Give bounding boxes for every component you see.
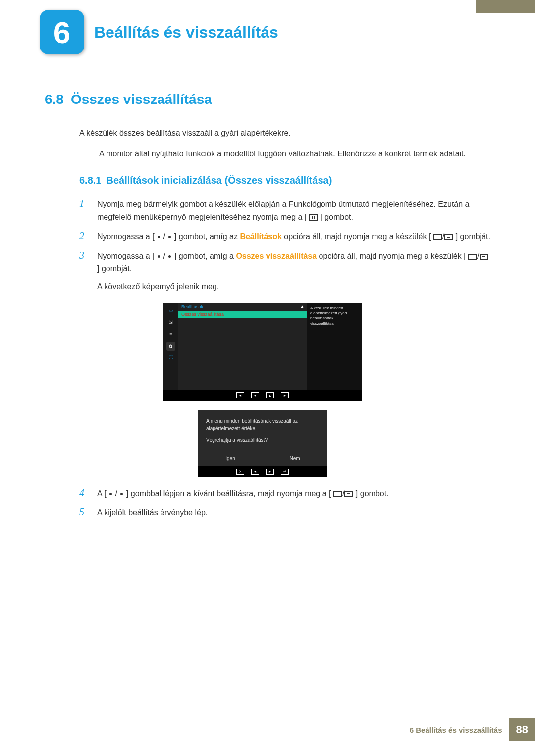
dot-icon <box>120 493 123 495</box>
nav-down-icon: ▼ <box>251 392 259 398</box>
osd2-message: A menü minden beállításának visszaáll az… <box>206 417 319 432</box>
osd2-yes-button: Igen <box>198 451 263 466</box>
nav-up-icon: ▲ <box>266 392 274 398</box>
osd-selected-item: Összes visszaállítása <box>178 311 307 318</box>
osd2-question: Végrehajtja a visszaállítást? <box>206 436 319 444</box>
gear-icon: ✿ <box>166 342 175 351</box>
subsection-heading: 6.8.1Beállítások inicializálása (Összes … <box>79 175 490 186</box>
page-footer: 6 Beállítás és visszaállítás 88 <box>410 718 535 741</box>
up-arrow-icon: ▲ <box>300 304 304 309</box>
step-number: 3 <box>79 250 88 293</box>
resize-icon: ⇲ <box>166 318 175 327</box>
nav-left-icon: ◄ <box>251 469 259 475</box>
step-5: 5 A kijelölt beállítás érvénybe lép. <box>79 506 490 519</box>
keyword-reset-all: Összes visszaállítása <box>236 252 317 260</box>
chapter-number-badge: 6 <box>40 10 84 54</box>
step-number: 5 <box>79 506 88 519</box>
list-icon: ≡ <box>166 330 175 339</box>
step-text: A [ / ] gombbal lépjen a kívánt beállítá… <box>97 487 490 500</box>
osd-screenshot-1: ▭ ⇲ ≡ ✿ ⓘ Beállítások ▲ Összes visszaáll… <box>163 303 362 477</box>
osd-panel-title: Beállítások <box>178 303 206 311</box>
rect-return-icon <box>480 254 488 260</box>
osd2-nav-bar: ✕ ◄ ► ↵ <box>198 466 327 477</box>
step-text: Nyomja meg bármelyik gombot a készülék e… <box>97 198 490 223</box>
step-number: 1 <box>79 198 88 223</box>
step-1: 1 Nyomja meg bármelyik gombot a készülék… <box>79 198 490 223</box>
osd-help-panel: A készülék minden alapértelmezett gyári … <box>307 303 362 390</box>
step-number: 4 <box>79 487 88 500</box>
nav-close-icon: ✕ <box>236 469 244 475</box>
steps-continued: 4 A [ / ] gombbal lépjen a kívánt beállí… <box>79 487 490 519</box>
section-intro: A készülék összes beállítása visszaáll a… <box>79 127 490 139</box>
top-right-stripe <box>476 0 535 13</box>
step-4: 4 A [ / ] gombbal lépjen a kívánt beállí… <box>79 487 490 500</box>
keyword-settings: Beállítások <box>240 232 281 241</box>
subsection-title: Beállítások inicializálása (Összes vissz… <box>106 175 332 186</box>
osd-main-panel: Beállítások ▲ Összes visszaállítása <box>178 303 307 390</box>
step-2: 2 Nyomogassa a [ / ] gombot, amíg az Beá… <box>79 230 490 243</box>
rect-return-icon <box>444 234 453 240</box>
nav-right-icon: ► <box>281 392 289 398</box>
nav-left-icon: ◄ <box>236 392 244 398</box>
section-body: 6.8Összes visszaállítása A készülék össz… <box>45 92 490 526</box>
chapter-header: 6 Beállítás és visszaállítás <box>40 10 278 54</box>
footer-page-number: 88 <box>509 718 535 741</box>
step-text: Nyomogassa a [ / ] gombot, amíg az Beáll… <box>97 230 490 243</box>
step-number: 2 <box>79 230 88 243</box>
info-icon: ⓘ <box>166 353 175 362</box>
rect-icon <box>433 234 442 240</box>
footer-chapter-label: 6 Beállítás és visszaállítás <box>410 726 509 734</box>
step-3: 3 Nyomogassa a [ / ] gombot, amíg a Össz… <box>79 250 490 293</box>
monitor-icon: ▭ <box>166 306 175 315</box>
dot-icon <box>168 236 171 238</box>
section-title: Összes visszaállítása <box>71 92 212 107</box>
section-heading: 6.8Összes visszaállítása <box>45 92 490 107</box>
rect-icon <box>333 491 342 497</box>
section-note: A monitor által nyújtható funkciók a mod… <box>99 148 471 160</box>
dot-icon <box>109 493 112 495</box>
chapter-title: Beállítás és visszaállítás <box>94 23 278 42</box>
osd2-no-button: Nem <box>263 451 327 466</box>
osd-screenshot-2: A menü minden beállításának visszaáll az… <box>198 410 327 477</box>
osd-nav-bar: ◄ ▼ ▲ ► <box>163 390 362 401</box>
dot-icon <box>158 255 160 258</box>
osd-sidebar: ▭ ⇲ ≡ ✿ ⓘ <box>163 303 178 390</box>
rect-icon <box>468 254 477 260</box>
rect-return-icon <box>344 491 353 497</box>
step-text: A kijelölt beállítás érvénybe lép. <box>97 506 490 519</box>
nav-enter-icon: ↵ <box>281 469 289 475</box>
subsection-number: 6.8.1 <box>79 175 101 186</box>
menu-icon <box>309 214 318 221</box>
section-number: 6.8 <box>45 92 64 107</box>
nav-right-icon: ► <box>266 469 274 475</box>
steps: 1 Nyomja meg bármelyik gombot a készülék… <box>79 198 490 293</box>
step-text: Nyomogassa a [ / ] gombot, amíg a Összes… <box>97 250 490 293</box>
dot-icon <box>158 236 160 238</box>
dot-icon <box>168 255 171 258</box>
